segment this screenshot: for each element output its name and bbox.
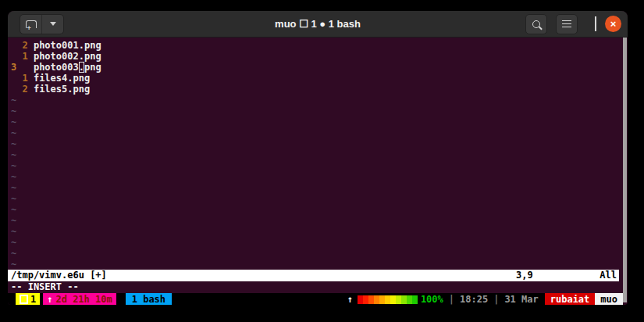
tmux-host-segment: muo [595,293,623,305]
separator: | [449,293,454,305]
buffer: 2 photo001.png 1 photo002.png3 photo003.… [8,40,628,270]
battery-gradient-block [363,295,368,304]
battery-gradient-block [401,295,407,304]
file-name-text: photo001.png [34,40,101,51]
buffer-line: 1 photo002.png [11,51,628,62]
window-title: muo ☐ 1 ● 1 bash [275,18,361,30]
empty-line-tilde: ~ [11,106,628,116]
titlebar[interactable]: muo ☐ 1 ● 1 bash × [8,11,628,38]
empty-line-tilde: ~ [11,171,628,182]
empty-line-tilde: ~ [11,95,628,106]
empty-line-tilde: ~ [11,259,628,270]
buffer-line: 2 files5.png [11,84,628,95]
line-number: 2 [11,40,28,51]
date: 31 Mar [504,293,538,305]
desktop: { "titlebar": { "title": "muo ☐ 1 ● 1 ba… [0,0,644,322]
battery-gradient-block [396,295,401,304]
clock-time: 18:25 [460,293,488,305]
window-controls: × [525,14,621,34]
empty-line-tilde: ~ [11,215,628,226]
battery-gradient-block [412,295,418,304]
new-tab-icon [26,20,37,28]
empty-line-tilde: ~ [11,182,628,193]
file-name-text: photo002.png [34,51,101,62]
uptime-text: 2d 21h 10m [55,293,112,305]
line-number: 3 [11,62,28,73]
cursor-position: 3,9 [516,270,533,281]
buffer-line: 3 photo003.png [11,62,628,73]
empty-line-tilde: ~ [11,149,628,160]
hamburger-menu-icon [562,20,571,28]
battery-gradient-block [385,295,390,304]
vim-cursor: . [79,62,84,73]
file-name-text: files5.png [34,84,90,95]
battery-gradient-block [358,295,363,304]
maximize-button[interactable] [595,17,596,31]
tmux-status-bar: 1 ↑ 2d 21h 10m 1 bash ↑ 100% | 18:25 | 3… [8,293,623,305]
file-name-text: files4.png [34,73,90,84]
tmux-user-segment: rubaiat [545,293,596,305]
chevron-down-icon [50,22,56,26]
empty-line-tilde: ~ [11,116,628,127]
new-tab-button[interactable] [20,15,41,34]
line-number: 1 [11,51,28,62]
session-label: 1 [30,293,36,305]
empty-line-tilde: ~ [11,204,628,215]
buffer-line: 2 photo001.png [11,40,628,51]
separator: | [493,293,499,305]
maximize-icon [595,16,596,31]
vim-statusline: /tmp/vimv.e6u [+]3,9All [8,270,619,281]
statusline-filename: /tmp/vimv.e6u [+] [11,270,107,281]
battery-gradient-block [407,295,412,304]
empty-line-tilde: ~ [11,127,628,138]
empty-line-tilde: ~ [11,237,628,248]
empty-line-tilde: ~ [11,226,628,237]
tab-button-group [20,14,64,34]
terminal-screen[interactable]: 2 photo001.png 1 photo002.png3 photo003.… [8,38,628,305]
vim-mode-message: -- INSERT -- [8,281,628,293]
battery-gradient-block [379,295,385,304]
empty-line-tilde: ~ [11,193,628,204]
tmux-session-segment[interactable]: 1 [16,293,40,305]
close-button[interactable]: × [605,16,621,32]
battery-gradient-block [368,295,374,304]
terminal-window: muo ☐ 1 ● 1 bash × 2 photo001.png 1 phot… [8,11,628,305]
empty-line-tilde: ~ [11,160,628,171]
tmux-window-tab[interactable]: 1 bash [126,293,172,305]
tmux-uptime-segment: ↑ 2d 21h 10m [43,293,116,305]
uptime-arrow-icon: ↑ [47,293,52,305]
buffer-line: 1 files4.png [11,73,628,84]
battery-gradient-block [390,295,396,304]
tab-list-dropdown-button[interactable] [41,15,63,34]
line-number: 2 [11,84,28,95]
empty-line-tilde: ~ [11,248,628,259]
online-arrow-icon: ↑ [347,293,353,305]
empty-line-tilde: ~ [11,138,628,149]
battery-gradient [358,295,418,304]
battery-percent: 100% [421,293,443,305]
session-window-icon [20,295,28,304]
line-number: 1 [11,73,28,84]
search-button[interactable] [525,14,547,34]
scroll-indicator: All [600,270,617,281]
close-icon: × [610,19,617,29]
search-icon [532,20,540,28]
battery-gradient-block [374,295,379,304]
file-name-text: photo003.png [34,62,101,73]
menu-button[interactable] [556,14,578,34]
terminal-scrollbar[interactable] [623,38,627,302]
